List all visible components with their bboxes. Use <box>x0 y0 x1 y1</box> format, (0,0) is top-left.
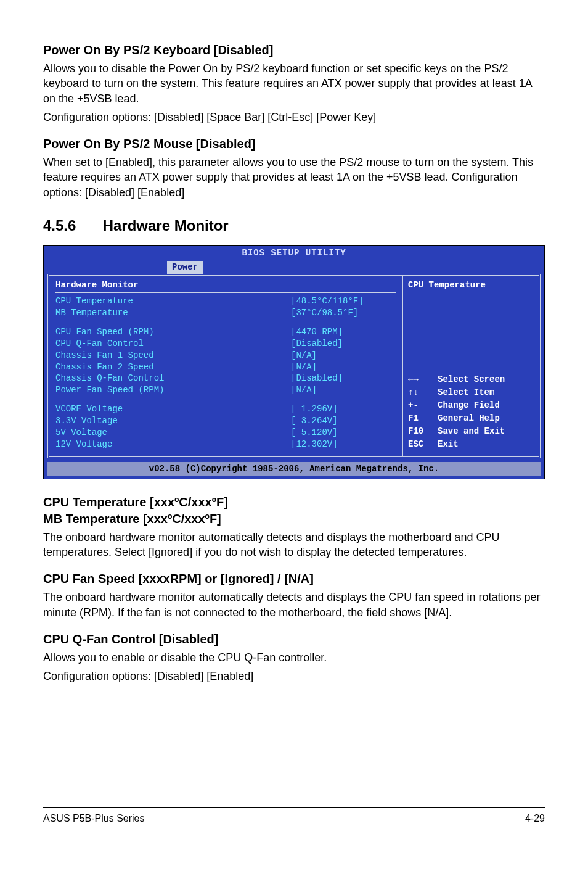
bios-label: 5V Voltage <box>55 427 291 439</box>
bios-keyhelp: F10 Save and Exit <box>408 426 534 437</box>
bios-label: Chassis Fan 2 Speed <box>55 361 291 373</box>
bios-label: Power Fan Speed (RPM) <box>55 384 291 396</box>
keyhelp-desc: General Help <box>438 413 534 424</box>
bios-keyhelp: +- Change Field <box>408 400 534 411</box>
section-number: 4.5.6 <box>43 216 99 236</box>
temp-body: The onboard hardware monitor automatical… <box>43 530 545 560</box>
bios-label: Chassis Q-Fan Control <box>55 373 291 384</box>
bios-label: VCORE Voltage <box>55 403 291 415</box>
bios-help-title: CPU Temperature <box>408 279 534 291</box>
keyhelp-key: F10 <box>408 426 438 437</box>
bios-label: CPU Fan Speed (RPM) <box>55 326 291 338</box>
footer-right: 4-29 <box>525 812 545 825</box>
bios-label: CPU Temperature <box>55 295 291 307</box>
bios-row: Chassis Q-Fan Control [Disabled] <box>55 373 396 384</box>
kb-heading: Power On By PS/2 Keyboard [Disabled] <box>43 42 545 59</box>
bios-row: CPU Q-Fan Control [Disabled] <box>55 338 396 350</box>
bios-label: CPU Q-Fan Control <box>55 338 291 350</box>
bios-row: Power Fan Speed (RPM) [N/A] <box>55 384 396 396</box>
bios-left-pane: Hardware Monitor CPU Temperature [48.5°C… <box>49 276 403 456</box>
keyhelp-desc: Select Item <box>438 387 534 398</box>
bios-value: [48.5°C/118°F] <box>291 295 396 307</box>
keyhelp-desc: Exit <box>438 439 534 450</box>
bios-row: CPU Fan Speed (RPM) [4470 RPM] <box>55 326 396 338</box>
bios-value: [ 3.264V] <box>291 415 396 427</box>
qfan-body-2: Configuration options: [Disabled] [Enabl… <box>43 669 545 683</box>
mouse-body: When set to [Enabled], this parameter al… <box>43 155 545 200</box>
bios-value: [N/A] <box>291 361 396 373</box>
bios-label: Chassis Fan 1 Speed <box>55 350 291 361</box>
bios-footer: v02.58 (C)Copyright 1985-2006, American … <box>47 462 541 476</box>
bios-value: [N/A] <box>291 384 396 396</box>
bios-keyhelp: Select Item <box>408 387 534 398</box>
keyhelp-key: +- <box>408 400 438 411</box>
bios-panel-title: Hardware Monitor <box>55 279 396 293</box>
bios-title: BIOS SETUP UTILITY <box>44 246 544 261</box>
bios-row: Chassis Fan 2 Speed [N/A] <box>55 361 396 373</box>
keyhelp-key: F1 <box>408 413 438 424</box>
bios-inner: Hardware Monitor CPU Temperature [48.5°C… <box>47 274 541 458</box>
bios-row: CPU Temperature [48.5°C/118°F] <box>55 295 396 307</box>
keyhelp-desc: Save and Exit <box>438 426 534 437</box>
bios-keyhelp: F1 General Help <box>408 413 534 424</box>
bios-screenshot: BIOS SETUP UTILITY Power Hardware Monito… <box>43 245 545 479</box>
fan-body: The onboard hardware monitor automatical… <box>43 590 545 620</box>
qfan-body-1: Allows you to enable or disable the CPU … <box>43 650 545 665</box>
bios-row: Chassis Fan 1 Speed [N/A] <box>55 350 396 361</box>
bios-value: [N/A] <box>291 350 396 361</box>
bios-label: 12V Voltage <box>55 439 291 450</box>
bios-row: VCORE Voltage [ 1.296V] <box>55 403 396 415</box>
bios-value: [37°C/98.5°F] <box>291 307 396 319</box>
bios-row: 5V Voltage [ 5.120V] <box>55 427 396 439</box>
bios-value: [12.302V] <box>291 439 396 450</box>
bios-row: 12V Voltage [12.302V] <box>55 439 396 450</box>
mouse-heading: Power On By PS/2 Mouse [Disabled] <box>43 136 545 152</box>
footer-left: ASUS P5B-Plus Series <box>43 812 145 825</box>
bios-label: 3.3V Voltage <box>55 415 291 427</box>
hw-monitor-heading: 4.5.6 Hardware Monitor <box>43 216 545 236</box>
keyhelp-desc: Change Field <box>438 400 534 411</box>
bios-value: [4470 RPM] <box>291 326 396 338</box>
keyhelp-key: ESC <box>408 439 438 450</box>
bios-row: MB Temperature [37°C/98.5°F] <box>55 307 396 319</box>
temp-heading: CPU Temperature [xxxºC/xxxºF] MB Tempera… <box>43 494 545 527</box>
bios-value: [ 5.120V] <box>291 427 396 439</box>
bios-keyhelp: ESC Exit <box>408 439 534 450</box>
keyhelp-desc: Select Screen <box>438 374 534 386</box>
bios-tab-row: Power <box>44 261 544 274</box>
arrow-lr-icon <box>408 374 438 386</box>
section-title: Hardware Monitor <box>103 217 229 234</box>
qfan-heading: CPU Q-Fan Control [Disabled] <box>43 631 545 648</box>
bios-value: [Disabled] <box>291 373 396 384</box>
bios-value: [Disabled] <box>291 338 396 350</box>
arrow-ud-icon <box>408 387 438 398</box>
kb-body-2: Configuration options: [Disabled] [Space… <box>43 110 545 125</box>
bios-right-pane: CPU Temperature Select Screen Select Ite… <box>403 276 539 456</box>
bios-tab-power: Power <box>167 261 203 274</box>
bios-label: MB Temperature <box>55 307 291 319</box>
bios-keyhelp: Select Screen <box>408 374 534 386</box>
kb-body-1: Allows you to disable the Power On by PS… <box>43 61 545 106</box>
page-footer: ASUS P5B-Plus Series 4-29 <box>43 807 545 825</box>
bios-row: 3.3V Voltage [ 3.264V] <box>55 415 396 427</box>
fan-heading: CPU Fan Speed [xxxxRPM] or [Ignored] / [… <box>43 571 545 587</box>
bios-value: [ 1.296V] <box>291 403 396 415</box>
